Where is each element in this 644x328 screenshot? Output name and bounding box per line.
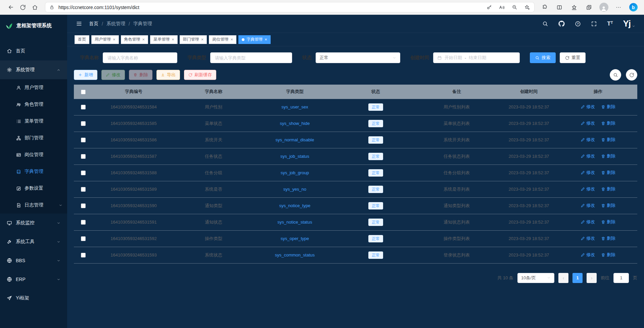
tab-post-management[interactable]: 岗位管理×: [209, 35, 236, 44]
favorites-button[interactable]: [568, 2, 580, 13]
prev-page-button[interactable]: ‹: [558, 273, 568, 283]
row-checkbox[interactable]: [81, 203, 86, 208]
sidebar-item-system-management[interactable]: 系统管理: [0, 60, 67, 79]
row-edit-button[interactable]: 修改: [581, 137, 595, 143]
sidebar-item-system-tools[interactable]: 系统工具: [0, 232, 67, 251]
dict-type-link[interactable]: sys_normal_disable: [276, 137, 314, 142]
row-delete-button[interactable]: 删除: [601, 219, 615, 225]
browser-menu-button[interactable]: [612, 2, 625, 13]
row-edit-button[interactable]: 修改: [581, 202, 595, 208]
row-edit-button[interactable]: 修改: [581, 235, 595, 241]
read-aloud-icon[interactable]: [499, 4, 505, 10]
goto-page-input[interactable]: [613, 273, 629, 283]
sidebar-item-system-monitor[interactable]: 系统监控: [0, 214, 67, 232]
close-icon[interactable]: ×: [172, 37, 174, 42]
reset-button[interactable]: 重置: [560, 52, 586, 63]
sidebar-item-erp[interactable]: ERP: [0, 270, 67, 289]
row-delete-button[interactable]: 删除: [601, 104, 615, 110]
row-checkbox[interactable]: [81, 138, 86, 142]
copilot-button[interactable]: b: [627, 2, 639, 13]
tab-home[interactable]: 首页: [75, 35, 89, 44]
dict-type-link[interactable]: sys_job_status: [280, 154, 309, 159]
sidebar-item-department-management[interactable]: 部门管理: [0, 130, 67, 146]
app-logo[interactable]: 意框架管理系统: [0, 15, 67, 36]
refresh-table-button[interactable]: [626, 69, 637, 81]
browser-refresh-button[interactable]: [17, 2, 29, 13]
dict-name-input[interactable]: [107, 55, 173, 61]
dict-type-link[interactable]: sys_notice_status: [277, 220, 312, 225]
collections-button[interactable]: [583, 2, 595, 13]
row-edit-button[interactable]: 修改: [581, 153, 595, 159]
dict-type-link[interactable]: sys_yes_no: [283, 187, 307, 192]
dict-type-link[interactable]: sys_job_group: [281, 170, 309, 175]
close-icon[interactable]: ×: [230, 37, 233, 42]
browser-back-button[interactable]: [5, 2, 17, 13]
row-checkbox[interactable]: [81, 171, 86, 175]
tab-user-management[interactable]: 用户管理×: [91, 35, 119, 44]
sidebar-item-menu-management[interactable]: 菜单管理: [0, 113, 67, 130]
extensions-button[interactable]: [539, 2, 551, 13]
sidebar-item-log-management[interactable]: 日志管理: [0, 197, 67, 214]
row-checkbox[interactable]: [81, 253, 86, 257]
refresh-cache-button[interactable]: 刷新缓存: [184, 70, 216, 80]
row-delete-button[interactable]: 删除: [601, 202, 615, 208]
header-help-button[interactable]: ?: [575, 21, 581, 27]
select-all-checkbox[interactable]: [81, 90, 86, 94]
row-delete-button[interactable]: 删除: [601, 153, 615, 159]
sidebar-item-role-management[interactable]: 角色管理: [0, 96, 67, 113]
page-size-select[interactable]: 10条/页: [517, 273, 554, 283]
split-screen-button[interactable]: [553, 2, 565, 13]
header-font-size-button[interactable]: TT: [607, 21, 613, 27]
profile-button[interactable]: [598, 2, 610, 13]
dict-type-input[interactable]: [214, 55, 288, 61]
tab-department-management[interactable]: 部门管理×: [180, 35, 207, 44]
row-edit-button[interactable]: 修改: [581, 170, 595, 176]
row-delete-button[interactable]: 删除: [601, 137, 615, 143]
row-checkbox[interactable]: [81, 220, 86, 225]
tab-role-management[interactable]: 角色管理×: [121, 35, 148, 44]
tab-dict-management[interactable]: 字典管理×: [238, 35, 271, 44]
favorite-add-icon[interactable]: [524, 4, 530, 10]
zoom-icon[interactable]: [512, 4, 517, 10]
sidebar-item-yi-framework[interactable]: Yi框架: [0, 289, 67, 308]
address-bar[interactable]: [45, 2, 535, 12]
row-edit-button[interactable]: 修改: [581, 219, 595, 225]
user-logo-dropdown[interactable]: Yj: [623, 18, 635, 29]
row-edit-button[interactable]: 修改: [581, 186, 595, 192]
row-checkbox[interactable]: [81, 187, 86, 192]
sidebar-item-bbs[interactable]: BBS: [0, 251, 67, 270]
sidebar-item-home[interactable]: 首页: [0, 42, 67, 60]
dict-type-link[interactable]: sys_oper_type: [281, 236, 309, 241]
row-delete-button[interactable]: 删除: [601, 120, 615, 126]
row-delete-button[interactable]: 删除: [601, 235, 615, 241]
row-edit-button[interactable]: 修改: [581, 252, 595, 258]
row-edit-button[interactable]: 修改: [581, 120, 595, 126]
toggle-search-button[interactable]: [610, 69, 621, 81]
menu-toggle-icon[interactable]: [76, 20, 82, 27]
dict-type-link[interactable]: sys_user_sex: [281, 104, 308, 109]
row-delete-button[interactable]: 删除: [601, 252, 615, 258]
row-checkbox[interactable]: [81, 236, 86, 241]
status-select[interactable]: 正常: [316, 52, 400, 63]
tab-menu-management[interactable]: 菜单管理×: [150, 35, 178, 44]
current-page[interactable]: 1: [572, 273, 583, 283]
search-button[interactable]: 搜索: [530, 52, 556, 63]
browser-home-button[interactable]: [29, 2, 41, 13]
header-fullscreen-button[interactable]: [591, 21, 597, 27]
row-edit-button[interactable]: 修改: [581, 104, 595, 110]
delete-button[interactable]: 删除: [129, 70, 152, 80]
header-github-button[interactable]: [558, 20, 565, 27]
sidebar-item-parameter-settings[interactable]: 参数设置: [0, 180, 67, 197]
next-page-button[interactable]: ›: [587, 273, 597, 283]
row-delete-button[interactable]: 删除: [601, 186, 615, 192]
row-checkbox[interactable]: [81, 154, 86, 159]
close-icon[interactable]: ×: [265, 37, 267, 42]
add-button[interactable]: 新增: [74, 70, 97, 80]
dict-type-link[interactable]: sys_common_status: [275, 252, 315, 257]
edit-button[interactable]: 修改: [101, 70, 125, 80]
row-checkbox[interactable]: [81, 105, 86, 109]
sidebar-item-user-management[interactable]: 用户管理: [0, 79, 67, 96]
row-delete-button[interactable]: 删除: [601, 170, 615, 176]
row-checkbox[interactable]: [81, 121, 86, 126]
close-icon[interactable]: ×: [142, 37, 145, 42]
